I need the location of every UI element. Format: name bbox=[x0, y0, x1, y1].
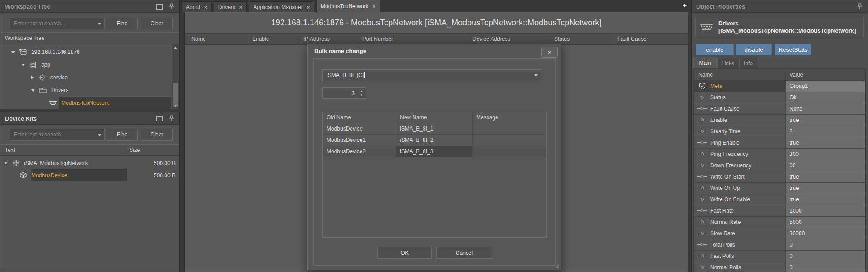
chevron-down-icon[interactable] bbox=[532, 70, 541, 81]
scroll-up-icon[interactable] bbox=[174, 47, 177, 49]
expander-closed-icon[interactable] bbox=[31, 76, 34, 79]
property-row-fault-cause[interactable]: Fault Cause None bbox=[694, 103, 865, 115]
device-kits-search-combo[interactable] bbox=[10, 129, 105, 141]
tab-info[interactable]: Info bbox=[739, 58, 757, 68]
chevron-down-icon[interactable] bbox=[95, 18, 104, 29]
rename-row[interactable]: ModbusDevice2 iSMA_B_8I_3 bbox=[323, 146, 546, 157]
close-icon[interactable]: × bbox=[204, 5, 207, 10]
column-header-fault-cause[interactable]: Fault Cause bbox=[614, 34, 688, 44]
kit-row-modbusdevice[interactable]: ModbusDevice 500.00 B bbox=[0, 169, 179, 181]
property-value[interactable]: 0 bbox=[785, 262, 865, 272]
column-header-device-address[interactable]: Device Address bbox=[469, 34, 551, 44]
column-header-name[interactable]: Name bbox=[188, 34, 249, 44]
property-row-ping-frequency[interactable]: Ping Frequency 300 bbox=[694, 149, 865, 160]
column-header-enable[interactable]: Enable bbox=[249, 34, 300, 44]
tab-main[interactable]: Main bbox=[693, 57, 717, 68]
property-value[interactable]: 1000 bbox=[785, 205, 865, 216]
property-value[interactable]: true bbox=[785, 194, 865, 205]
scrollbar-thumb[interactable] bbox=[173, 83, 178, 107]
column-header-port-number[interactable]: Port Number bbox=[359, 34, 469, 44]
resetstats-button[interactable]: ResetStats bbox=[775, 44, 811, 55]
property-row-write-on-up[interactable]: Write On Up true bbox=[694, 183, 865, 194]
property-row-status[interactable]: Status Ok bbox=[694, 92, 865, 103]
new-name-cell[interactable]: iSMA_B_8I_2 bbox=[396, 135, 473, 146]
workspace-tree-scrollbar[interactable] bbox=[172, 44, 179, 109]
close-icon[interactable]: × bbox=[307, 5, 310, 10]
property-value[interactable]: 300 bbox=[785, 149, 865, 160]
expander-open-icon[interactable] bbox=[21, 64, 25, 66]
workspace-search-input[interactable] bbox=[10, 20, 95, 27]
workspace-search-combo[interactable] bbox=[10, 18, 105, 29]
tree-node-modbustcpnetwork[interactable]: ModbusTcpNetwork bbox=[0, 97, 173, 109]
device-kits-find-button[interactable]: Find bbox=[107, 129, 138, 141]
close-icon[interactable]: × bbox=[372, 4, 375, 9]
tree-node-station[interactable]: 192.168.1.146:1876 bbox=[0, 46, 173, 58]
column-header-old-name[interactable]: Old Name bbox=[323, 112, 396, 123]
kit-row-isma-modbustcpnetwork[interactable]: iSMA_ModbusTcpNetwork 500.00 B bbox=[0, 157, 179, 169]
tab-links[interactable]: Links bbox=[717, 58, 738, 68]
property-value[interactable]: true bbox=[785, 183, 865, 194]
tab-modbustcpnetwork[interactable]: ModbusTcpNetwork × bbox=[316, 0, 380, 12]
tree-node-app[interactable]: app bbox=[0, 58, 173, 71]
tab-about[interactable]: About × bbox=[181, 1, 212, 12]
property-row-meta[interactable]: Meta Group1 bbox=[694, 81, 865, 92]
close-icon[interactable]: × bbox=[239, 5, 242, 10]
tab-drivers[interactable]: Drivers × bbox=[214, 1, 247, 12]
workspace-find-button[interactable]: Find bbox=[107, 18, 138, 29]
cancel-button[interactable]: Cancel bbox=[436, 247, 492, 259]
property-value[interactable]: Ok bbox=[785, 92, 865, 103]
pin-icon[interactable] bbox=[857, 3, 863, 10]
property-row-total-polls[interactable]: Total Polls 0 bbox=[694, 239, 865, 251]
property-row-write-on-start[interactable]: Write On Start true bbox=[694, 171, 865, 183]
restore-icon[interactable] bbox=[156, 116, 163, 121]
workspace-clear-button[interactable]: Clear bbox=[141, 18, 173, 29]
resize-grip[interactable] bbox=[554, 263, 559, 268]
tree-node-drivers[interactable]: Drivers bbox=[0, 84, 173, 97]
property-row-normal-rate[interactable]: Normal Rate 5000 bbox=[694, 217, 865, 228]
tab-application-manager[interactable]: Application Manager × bbox=[249, 1, 314, 12]
property-value[interactable]: 5000 bbox=[785, 217, 865, 228]
property-value[interactable]: 0 bbox=[785, 239, 865, 250]
property-row-fast-polls[interactable]: Fast Polls 0 bbox=[694, 251, 865, 262]
column-header-status[interactable]: Status bbox=[551, 34, 614, 44]
property-row-ping-enable[interactable]: Ping Enable true bbox=[694, 137, 865, 149]
property-value[interactable]: true bbox=[785, 171, 865, 182]
expander-open-icon[interactable] bbox=[31, 89, 35, 92]
property-row-enable[interactable]: Enable true bbox=[694, 115, 865, 126]
expander-open-icon[interactable] bbox=[4, 162, 8, 164]
device-kits-search-input[interactable] bbox=[10, 131, 95, 138]
device-kits-clear-button[interactable]: Clear bbox=[141, 129, 173, 141]
count-spinner[interactable]: 3 bbox=[322, 87, 366, 99]
column-header-ip-address[interactable]: IP Address bbox=[300, 34, 359, 44]
expander-open-icon[interactable] bbox=[11, 51, 15, 53]
property-row-down-frequency[interactable]: Down Frequency 60 bbox=[694, 160, 865, 171]
spinner-down-icon[interactable] bbox=[360, 94, 363, 96]
column-header-new-name[interactable]: New Name bbox=[396, 112, 473, 123]
enable-button[interactable]: enable bbox=[696, 44, 734, 55]
chevron-down-icon[interactable] bbox=[95, 129, 104, 140]
pin-icon[interactable] bbox=[168, 115, 175, 121]
add-tab-icon[interactable]: + bbox=[683, 1, 687, 9]
tree-node-service[interactable]: service bbox=[0, 71, 173, 84]
property-value[interactable]: 30000 bbox=[785, 228, 865, 239]
rename-row[interactable]: ModbusDevice1 iSMA_B_8I_2 bbox=[323, 135, 546, 146]
property-value[interactable]: 0 bbox=[785, 251, 865, 262]
column-header-message[interactable]: Message bbox=[473, 112, 546, 123]
property-value[interactable]: None bbox=[785, 103, 865, 114]
property-value[interactable]: Group1 bbox=[785, 81, 865, 92]
property-value[interactable]: 2 bbox=[785, 126, 865, 137]
property-value[interactable]: true bbox=[785, 115, 865, 126]
new-name-cell[interactable]: iSMA_B_8I_1 bbox=[396, 123, 473, 134]
close-icon[interactable]: × bbox=[541, 47, 558, 58]
property-row-fast-rate[interactable]: Fast Rate 1000 bbox=[694, 205, 865, 217]
property-value[interactable]: true bbox=[785, 137, 865, 148]
property-row-steady-time[interactable]: Steady Time 2 bbox=[694, 126, 865, 137]
property-row-slow-rate[interactable]: Slow Rate 30000 bbox=[694, 228, 865, 239]
property-value[interactable]: 60 bbox=[785, 160, 865, 171]
pin-icon[interactable] bbox=[168, 3, 175, 10]
new-name-cell[interactable]: iSMA_B_8I_3 bbox=[396, 146, 473, 157]
spinner-up-icon[interactable] bbox=[360, 91, 363, 92]
scroll-down-icon[interactable] bbox=[174, 105, 177, 107]
ok-button[interactable]: OK bbox=[377, 247, 432, 259]
rename-row[interactable]: ModbusDevice iSMA_B_8I_1 bbox=[323, 123, 546, 135]
